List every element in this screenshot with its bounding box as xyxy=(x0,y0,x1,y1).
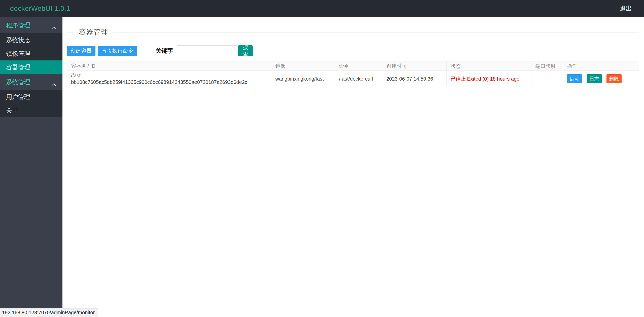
sidebar-item-label: 用户管理 xyxy=(6,93,30,101)
chevron-up-icon xyxy=(51,81,56,84)
search-button[interactable]: 搜索 xyxy=(238,45,253,56)
chevron-up-icon xyxy=(51,24,56,27)
created-cell: 2023-06-07 14:59:36 xyxy=(382,71,447,87)
toolbar: 创建容器 直接执行命令 关键字 搜索 xyxy=(67,45,639,56)
divider-line xyxy=(113,32,639,32)
sidebar-group-label: 系统管理 xyxy=(6,78,30,86)
sidebar-group-label: 程序管理 xyxy=(6,21,30,29)
divider-line xyxy=(67,32,74,32)
page-title: 容器管理 xyxy=(74,27,113,37)
image-cell: wangbinxingkong/fast xyxy=(271,71,335,87)
title-divider: 容器管理 xyxy=(67,27,639,37)
keyword-input[interactable] xyxy=(177,45,237,56)
status-text: 已停止 Exited (0) 18 hours ago xyxy=(451,76,519,82)
status-url-bar: 192.168.80.128:7070/adminPage/monitor xyxy=(0,308,98,317)
command-cell: /fast/dockercurl xyxy=(335,71,382,87)
sidebar-group-system-management[interactable]: 系统管理 xyxy=(0,74,62,90)
brand-title[interactable]: dockerWebUI 1.0.1 xyxy=(10,5,70,13)
sidebar-item-user-management[interactable]: 用户管理 xyxy=(0,90,62,104)
sidebar-item-container-management[interactable]: 容器管理 xyxy=(0,60,62,74)
create-container-button[interactable]: 创建容器 xyxy=(67,46,95,56)
submenu-program-management: 系统状态 镜像管理 容器管理 xyxy=(0,33,62,74)
sidebar-item-image-management[interactable]: 镜像管理 xyxy=(0,47,62,60)
container-name: /fast xyxy=(71,72,267,79)
column-header-name-id: 容器名 / ID xyxy=(67,61,271,71)
containers-table: 容器名 / ID 镜像 命令 创建时间 状态 端口映射 操作 /fast bb1… xyxy=(67,61,639,87)
column-header-image: 镜像 xyxy=(271,61,335,71)
sidebar: 程序管理 系统状态 镜像管理 容器管理 系统管理 用户管理 关于 xyxy=(0,17,62,317)
logout-button[interactable]: 退出 xyxy=(620,5,632,13)
column-header-ports: 端口映射 xyxy=(531,61,563,71)
column-header-command: 命令 xyxy=(335,61,382,71)
delete-button[interactable]: 删除 xyxy=(606,74,622,83)
sidebar-item-label: 关于 xyxy=(6,107,18,115)
container-name-cell: /fast bb108c7605ac5db259f41335c900c6bc69… xyxy=(67,71,271,87)
ports-cell xyxy=(531,71,563,87)
table-header-row: 容器名 / ID 镜像 命令 创建时间 状态 端口映射 操作 xyxy=(67,61,639,71)
logs-button[interactable]: 日志 xyxy=(587,74,602,83)
sidebar-group-program-management[interactable]: 程序管理 xyxy=(0,17,62,33)
submenu-system-management: 用户管理 关于 xyxy=(0,90,62,117)
container-id: bb108c7605ac5db259f41335c900c6bc69891424… xyxy=(71,79,267,85)
main-content: 容器管理 创建容器 直接执行命令 关键字 搜索 容器名 / ID 镜像 命令 创… xyxy=(62,17,644,317)
top-header: dockerWebUI 1.0.1 退出 xyxy=(0,0,644,17)
actions-cell: 启动 日志 删除 xyxy=(563,71,639,87)
status-cell: 已停止 Exited (0) 18 hours ago xyxy=(447,71,531,87)
table-row: /fast bb108c7605ac5db259f41335c900c6bc69… xyxy=(67,71,639,87)
start-button[interactable]: 启动 xyxy=(567,74,582,83)
sidebar-item-system-status[interactable]: 系统状态 xyxy=(0,33,62,47)
keyword-label: 关键字 xyxy=(156,47,173,55)
column-header-actions: 操作 xyxy=(563,61,639,71)
sidebar-item-label: 容器管理 xyxy=(6,63,30,71)
exec-command-button[interactable]: 直接执行命令 xyxy=(98,46,137,56)
sidebar-item-label: 系统状态 xyxy=(6,36,30,44)
sidebar-item-about[interactable]: 关于 xyxy=(0,104,62,117)
column-header-created: 创建时间 xyxy=(382,61,447,71)
sidebar-item-label: 镜像管理 xyxy=(6,50,30,58)
column-header-status: 状态 xyxy=(447,61,531,71)
